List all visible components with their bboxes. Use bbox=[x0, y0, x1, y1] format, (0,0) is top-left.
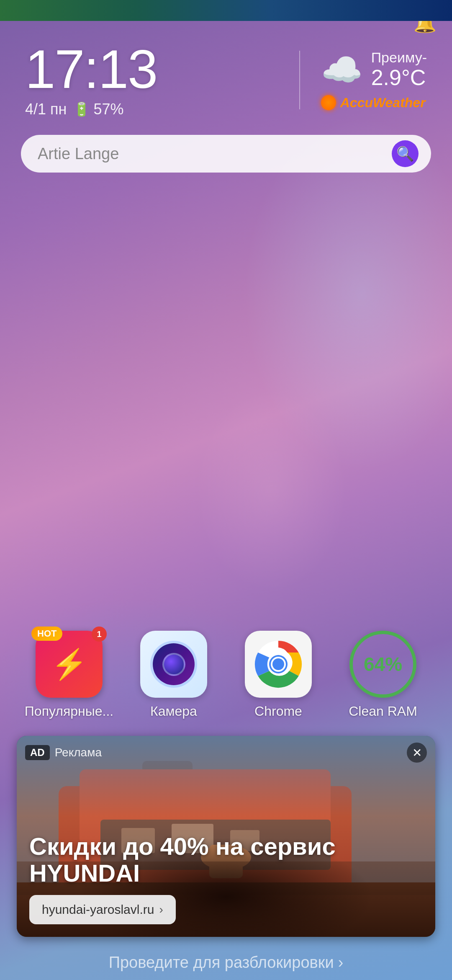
unlock-text: Проведите для разблокировки bbox=[109, 954, 334, 972]
home-spacer bbox=[0, 185, 452, 631]
ad-url-text: hyundai-yaroslavl.ru bbox=[42, 903, 154, 917]
unlock-arrow-icon: › bbox=[338, 954, 344, 972]
svg-point-3 bbox=[272, 658, 284, 670]
search-bar[interactable]: Artie Lange 🔍 bbox=[21, 135, 431, 173]
battery-percent: 57% bbox=[93, 101, 123, 118]
ad-label-ad: AD bbox=[25, 745, 50, 760]
app-popular[interactable]: HOT 1 ⚡ Популярные... bbox=[27, 631, 111, 719]
ad-label-wrap: AD Реклама bbox=[25, 745, 102, 760]
cleanram-icon: 64% bbox=[349, 631, 416, 698]
accu-sun-icon bbox=[321, 95, 336, 110]
top-gradient-bar bbox=[0, 0, 452, 21]
search-input[interactable]: Artie Lange bbox=[38, 145, 383, 163]
accu-weather-branding[interactable]: AccuWeather bbox=[321, 95, 426, 111]
hot-notification-badge: 1 bbox=[92, 627, 107, 642]
accu-weather-label: AccuWeather bbox=[340, 95, 426, 111]
app-popular-label: Популярные... bbox=[25, 704, 113, 719]
cloud-icon: ☁️ bbox=[321, 50, 363, 90]
app-row: HOT 1 ⚡ Популярные... Камера bbox=[0, 631, 452, 732]
ad-banner: AD Реклама ✕ Скидки до 40% на сервис HYU… bbox=[17, 736, 435, 937]
hot-badge: HOT bbox=[31, 627, 62, 641]
date-text: 4/1 пн bbox=[25, 101, 67, 118]
chrome-icon bbox=[245, 631, 312, 698]
clock-date: 4/1 пн 🔋 57% bbox=[25, 101, 278, 118]
app-chrome[interactable]: Chrome bbox=[236, 631, 320, 719]
weather-top: ☁️ Преиму- 2.9°С bbox=[321, 49, 427, 90]
battery-icon: 🔋 bbox=[73, 101, 90, 117]
ad-content: Скидки до 40% на сервис HYUNDAI hyundai-… bbox=[17, 820, 435, 937]
unlock-bar[interactable]: Проведите для разблокировки › bbox=[0, 945, 452, 980]
weather-temp: 2.9°С bbox=[371, 66, 427, 90]
hot-label: HOT bbox=[37, 628, 56, 639]
app-camera-label: Камера bbox=[150, 704, 197, 719]
ad-top-bar: AD Реклама ✕ bbox=[17, 736, 435, 769]
ad-title: Скидки до 40% на сервис HYUNDAI bbox=[29, 833, 423, 887]
weather-description: Преиму- bbox=[371, 49, 427, 66]
search-button[interactable]: 🔍 bbox=[392, 140, 419, 167]
camera-icon bbox=[140, 631, 207, 698]
app-chrome-label: Chrome bbox=[254, 704, 302, 719]
clock-weather-section: 17:13 4/1 пн 🔋 57% ☁️ Преиму- 2.9°С Ac bbox=[0, 34, 452, 131]
search-icon: 🔍 bbox=[396, 145, 414, 162]
app-cleanram-label: Clean RAM bbox=[349, 704, 417, 719]
ad-url-button[interactable]: hyundai-yaroslavl.ru › bbox=[29, 895, 176, 924]
ad-label-text: Реклама bbox=[55, 746, 102, 759]
app-cleanram[interactable]: 64% Clean RAM bbox=[341, 631, 425, 719]
hot-icon: HOT 1 ⚡ bbox=[36, 631, 103, 698]
hot-arrow-icon: ⚡ bbox=[51, 647, 87, 681]
app-camera-icon-wrap bbox=[140, 631, 207, 698]
battery-info: 🔋 57% bbox=[73, 101, 123, 118]
search-bar-container: Artie Lange 🔍 bbox=[0, 131, 452, 185]
clock-time: 17:13 bbox=[25, 42, 278, 96]
weather-section: ☁️ Преиму- 2.9°С AccuWeather bbox=[321, 49, 427, 110]
ad-close-button[interactable]: ✕ bbox=[407, 743, 427, 763]
chrome-svg bbox=[253, 639, 303, 689]
camera-lens-inner bbox=[162, 653, 185, 676]
cleanram-percent: 64% bbox=[364, 653, 402, 676]
clock-section: 17:13 4/1 пн 🔋 57% bbox=[25, 42, 278, 118]
app-popular-icon-wrap: HOT 1 ⚡ bbox=[36, 631, 103, 698]
app-chrome-icon-wrap bbox=[245, 631, 312, 698]
app-camera[interactable]: Камера bbox=[132, 631, 216, 719]
camera-lens bbox=[153, 643, 195, 685]
ad-url-arrow-icon: › bbox=[159, 903, 163, 916]
app-cleanram-icon-wrap: 64% bbox=[349, 631, 416, 698]
clock-weather-divider bbox=[299, 51, 300, 109]
